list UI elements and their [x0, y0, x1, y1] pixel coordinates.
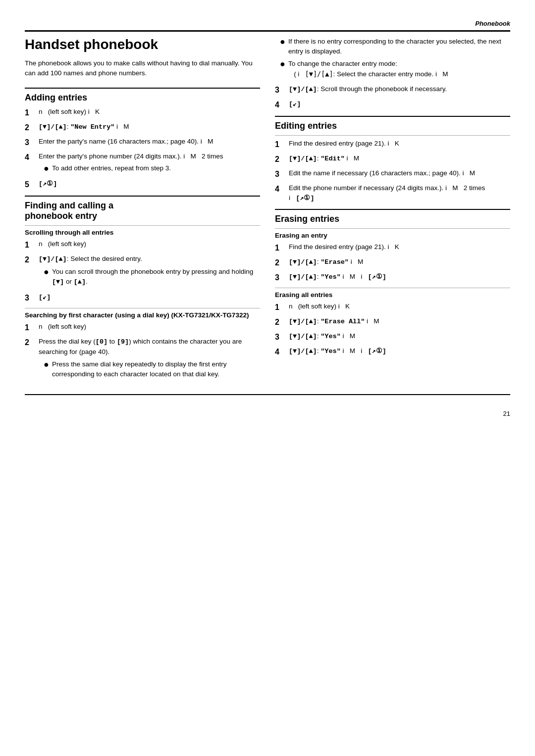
editing-steps: 1 Find the desired entry (page 21). i K … [275, 139, 510, 204]
erasing-one-divider [275, 228, 510, 229]
editing-step-4: 4 Edit the phone number if necessary (24… [275, 183, 510, 204]
editing-entries-title: Editing entries [275, 121, 510, 131]
editing-step-3: 3 Edit the name if necessary (16 charact… [275, 168, 510, 180]
right-searching-step-4: 4 [↙] [275, 99, 510, 111]
searching-steps: 1 n (left soft key) 2 Press the dial key… [25, 322, 260, 381]
right-bullet-1: ● If there is no entry corresponding to … [280, 37, 510, 57]
finding-calling-divider [25, 196, 260, 197]
intro-text: The phonebook allows you to make calls w… [25, 58, 260, 79]
top-rule [25, 30, 510, 32]
erasing-one-step-2: 2 [▼]/[▲]: "Erase" i M [275, 257, 510, 269]
adding-entries-title: Adding entries [25, 93, 260, 103]
page-number: 21 [25, 410, 510, 417]
adding-bullet-1: ● To add other entries, repeat from step… [44, 163, 260, 174]
erasing-all-divider [275, 288, 510, 288]
adding-entries-steps: 1 n (left soft key) i K 2 [▼]/[▲]: "New … [25, 107, 260, 191]
page-header: Phonebook [25, 20, 510, 27]
erasing-all-step-4: 4 [▼]/[▲]: "Yes" i M i [↗①] [275, 346, 510, 358]
erasing-entries-divider [275, 209, 510, 210]
erasing-one-step-1: 1 Find the desired entry (page 21). i K [275, 242, 510, 254]
editing-thin-divider [275, 135, 510, 136]
bottom-rule [25, 394, 510, 395]
right-searching-steps: 3 [▼]/[▲]: Scroll through the phonebook … [275, 84, 510, 111]
erasing-entries-title: Erasing entries [275, 214, 510, 224]
searching-bullet-1: ● Press the same dial key repeatedly to … [44, 359, 260, 380]
adding-step-2: 2 [▼]/[▲]: "New Entry" i M [25, 122, 260, 134]
left-column: Handset phonebook The phonebook allows y… [25, 37, 260, 384]
scrolling-divider [25, 225, 260, 226]
erasing-all-step-3: 3 [▼]/[▲]: "Yes" i M [275, 331, 510, 343]
adding-step-3: 3 Enter the party's name (16 characters … [25, 137, 260, 149]
erasing-one-step-3: 3 [▼]/[▲]: "Yes" i M i [↗①] [275, 272, 510, 284]
erasing-all-step-2: 2 [▼]/[▲]: "Erase All" i M [275, 316, 510, 328]
right-column: ● If there is no entry corresponding to … [275, 37, 510, 384]
right-searching-step-3: 3 [▼]/[▲]: Scroll through the phonebook … [275, 84, 510, 96]
editing-step-2: 2 [▼]/[▲]: "Edit" i M [275, 153, 510, 165]
adding-entries-divider [25, 88, 260, 89]
scrolling-step-3: 3 [↙] [25, 292, 260, 304]
erasing-one-steps: 1 Find the desired entry (page 21). i K … [275, 242, 510, 284]
searching-step-2: 2 Press the dial key ([0] to [9]) which … [25, 337, 260, 381]
searching-divider [25, 308, 260, 308]
scrolling-bullet-1: ● You can scroll through the phonebook e… [44, 267, 260, 288]
adding-step-5: 5 [↗①] [25, 179, 260, 191]
finding-calling-title: Finding and calling aphonebook entry [25, 201, 260, 221]
erasing-all-steps: 1 n (left soft key) i K 2 [▼]/[▲]: "Eras… [275, 302, 510, 358]
scrolling-step-1: 1 n (left soft key) [25, 239, 260, 251]
right-top-bullets: ● If there is no entry corresponding to … [280, 37, 510, 79]
adding-step-4: 4 Enter the party's phone number (24 dig… [25, 151, 260, 176]
page-title: Handset phonebook [25, 37, 260, 52]
adding-step-1: 1 n (left soft key) i K [25, 107, 260, 119]
scrolling-step-2: 2 [▼]/[▲]: Select the desired entry. ● Y… [25, 254, 260, 289]
scrolling-steps: 1 n (left soft key) 2 [▼]/[▲]: Select th… [25, 239, 260, 304]
right-bullet-2: ● To change the character entry mode: ( … [280, 59, 510, 80]
erasing-all-step-1: 1 n (left soft key) i K [275, 302, 510, 313]
searching-subtitle: Searching by first character (using a di… [25, 311, 260, 319]
editing-step-1: 1 Find the desired entry (page 21). i K [275, 139, 510, 151]
scrolling-subtitle: Scrolling through all entries [25, 229, 260, 236]
searching-step-1: 1 n (left soft key) [25, 322, 260, 334]
editing-entries-divider [275, 116, 510, 117]
erasing-one-subtitle: Erasing an entry [275, 232, 510, 239]
erasing-all-subtitle: Erasing all entries [275, 291, 510, 299]
